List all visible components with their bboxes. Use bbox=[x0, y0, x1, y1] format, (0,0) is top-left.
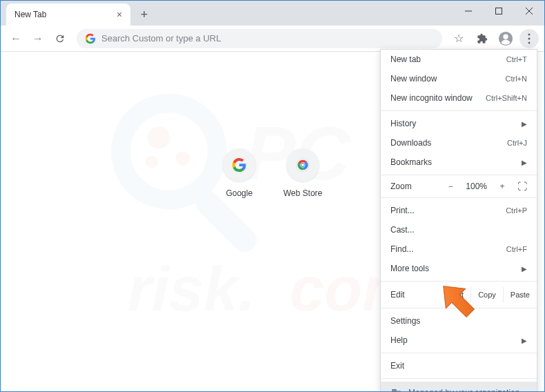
managed-label: Managed by your organization bbox=[408, 388, 519, 392]
omnibox-placeholder: Search Custom or type a URL bbox=[101, 33, 221, 43]
svg-point-11 bbox=[148, 127, 170, 149]
menu-label: Cast... bbox=[390, 225, 415, 235]
chevron-right-icon: ▶ bbox=[522, 159, 527, 166]
menu-separator bbox=[381, 197, 537, 198]
chrome-menu-button[interactable] bbox=[519, 29, 539, 48]
close-window-button[interactable] bbox=[514, 1, 544, 21]
paste-button[interactable]: Paste bbox=[503, 287, 537, 302]
titlebar: New Tab × + bbox=[1, 1, 544, 26]
menu-label: New window bbox=[390, 74, 437, 84]
menu-separator bbox=[381, 353, 537, 353]
menu-label: History bbox=[390, 119, 416, 128]
svg-point-5 bbox=[503, 34, 508, 39]
menu-zoom: Zoom − 100% + ⛶ bbox=[381, 178, 537, 195]
minimize-button[interactable] bbox=[453, 1, 484, 21]
toolbar: ← → Search Custom or type a URL ☆ bbox=[1, 26, 544, 52]
google-g-icon bbox=[85, 33, 96, 44]
browser-tab[interactable]: New Tab × bbox=[6, 3, 130, 26]
shortcut-google-label: Google bbox=[226, 188, 252, 198]
shortcut-web-store[interactable]: Web Store bbox=[284, 148, 322, 198]
svg-point-9 bbox=[121, 104, 217, 200]
menu-cast[interactable]: Cast... bbox=[381, 220, 537, 239]
address-bar[interactable]: Search Custom or type a URL bbox=[77, 29, 442, 48]
svg-point-8 bbox=[528, 41, 531, 43]
menu-history[interactable]: History ▶ bbox=[381, 114, 537, 133]
menu-label: Help bbox=[390, 335, 408, 345]
menu-shortcut: Ctrl+Shift+N bbox=[486, 94, 527, 102]
menu-new-incognito[interactable]: New incognito window Ctrl+Shift+N bbox=[381, 88, 537, 108]
menu-label: Exit bbox=[390, 361, 404, 371]
zoom-value: 100% bbox=[466, 182, 487, 191]
svg-point-13 bbox=[146, 156, 158, 168]
menu-separator bbox=[381, 110, 537, 111]
menu-new-tab[interactable]: New tab Ctrl+T bbox=[381, 50, 537, 69]
menu-label: New tab bbox=[390, 55, 421, 64]
fullscreen-icon[interactable]: ⛶ bbox=[517, 181, 527, 192]
zoom-label: Zoom bbox=[390, 182, 412, 191]
svg-point-6 bbox=[528, 33, 531, 35]
menu-new-window[interactable]: New window Ctrl+N bbox=[381, 69, 537, 88]
menu-label: Settings bbox=[390, 316, 420, 326]
zoom-out-button[interactable]: − bbox=[444, 182, 457, 191]
menu-exit[interactable]: Exit bbox=[381, 356, 537, 375]
new-tab-button[interactable]: + bbox=[135, 5, 154, 24]
menu-label: Find... bbox=[390, 244, 413, 254]
menu-bookmarks[interactable]: Bookmarks ▶ bbox=[381, 153, 537, 172]
annotation-arrow bbox=[434, 277, 482, 327]
zoom-in-button[interactable]: + bbox=[495, 182, 509, 191]
shortcut-web-store-label: Web Store bbox=[284, 188, 322, 198]
menu-managed-by-organization[interactable]: Managed by your organization bbox=[381, 382, 537, 392]
chevron-right-icon: ▶ bbox=[522, 337, 527, 344]
bookmark-star-icon[interactable]: ☆ bbox=[449, 29, 468, 48]
chrome-menu: New tab Ctrl+T New window Ctrl+N New inc… bbox=[380, 49, 537, 392]
menu-downloads[interactable]: Downloads Ctrl+J bbox=[381, 133, 537, 153]
shortcuts-row: Google Web Store bbox=[223, 148, 322, 198]
close-tab-icon[interactable]: × bbox=[114, 9, 125, 20]
menu-find[interactable]: Find... Ctrl+F bbox=[381, 239, 537, 259]
menu-separator bbox=[381, 378, 537, 379]
svg-point-19 bbox=[301, 164, 304, 166]
chevron-right-icon: ▶ bbox=[522, 265, 527, 273]
menu-label: New incognito window bbox=[390, 93, 473, 103]
menu-separator bbox=[381, 175, 537, 175]
svg-text:risk.: risk. bbox=[128, 255, 255, 324]
menu-label: Downloads bbox=[390, 138, 431, 148]
forward-button[interactable]: → bbox=[28, 29, 48, 48]
reload-button[interactable] bbox=[50, 29, 70, 48]
back-button[interactable]: ← bbox=[6, 29, 26, 48]
menu-more-tools[interactable]: More tools ▶ bbox=[381, 259, 537, 278]
tab-title: New Tab bbox=[14, 10, 46, 19]
building-icon bbox=[390, 387, 402, 392]
window-controls bbox=[453, 1, 544, 21]
menu-label: Bookmarks bbox=[390, 157, 432, 167]
menu-shortcut: Ctrl+N bbox=[506, 75, 527, 83]
svg-point-12 bbox=[176, 152, 190, 166]
menu-label: More tools bbox=[390, 264, 429, 273]
edit-label: Edit bbox=[390, 290, 405, 300]
menu-print[interactable]: Print... Ctrl+P bbox=[381, 201, 537, 220]
maximize-button[interactable] bbox=[484, 1, 514, 21]
profile-avatar[interactable] bbox=[496, 29, 515, 48]
menu-shortcut: Ctrl+T bbox=[506, 55, 527, 63]
shortcut-web-store-icon bbox=[286, 148, 319, 182]
extensions-icon[interactable] bbox=[473, 29, 492, 48]
svg-rect-1 bbox=[496, 8, 502, 14]
shortcut-google-icon bbox=[223, 148, 256, 182]
menu-shortcut: Ctrl+F bbox=[506, 245, 527, 253]
menu-shortcut: Ctrl+P bbox=[506, 206, 527, 215]
shortcut-google[interactable]: Google bbox=[223, 148, 256, 198]
menu-shortcut: Ctrl+J bbox=[507, 139, 527, 147]
chevron-right-icon: ▶ bbox=[522, 120, 527, 128]
menu-label: Print... bbox=[390, 206, 415, 215]
menu-help[interactable]: Help ▶ bbox=[381, 331, 537, 350]
svg-point-7 bbox=[528, 37, 531, 39]
